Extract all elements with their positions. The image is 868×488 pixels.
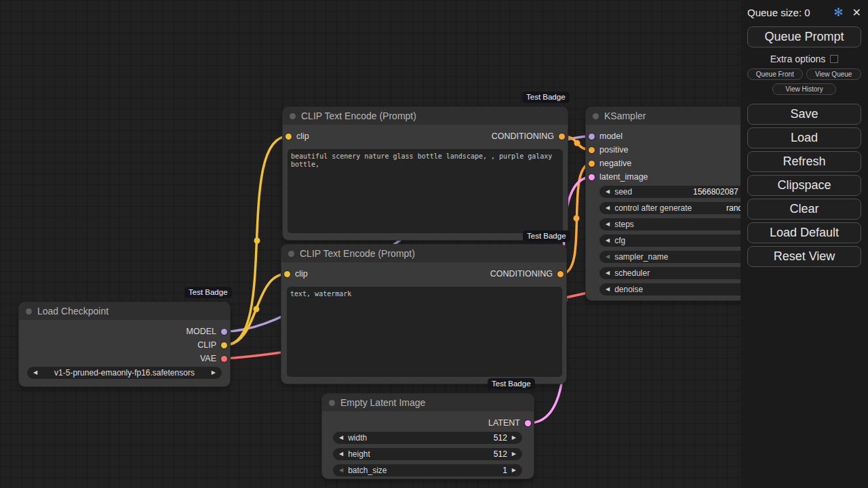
view-queue-button[interactable]: View Queue — [806, 68, 862, 80]
input-slot-latent-image[interactable]: latent_image — [589, 171, 648, 183]
slot-label: VAE — [200, 354, 216, 363]
collapse-dot-icon[interactable] — [290, 113, 296, 119]
refresh-button[interactable]: Refresh — [747, 151, 861, 172]
widget-value: 512 — [494, 449, 507, 459]
load-default-button[interactable]: Load Default — [747, 222, 861, 243]
clipspace-button[interactable]: Clipspace — [747, 175, 861, 196]
load-button[interactable]: Load — [747, 127, 861, 148]
slot-label: CONDITIONING — [490, 269, 553, 279]
widget-label: seed — [614, 187, 632, 197]
node-empty-latent-image[interactable]: Empty Latent Image LATENT ◀ width 512 ▶ … — [322, 394, 534, 479]
widget-label: sampler_name — [614, 252, 668, 262]
node-titlebar[interactable]: CLIP Text Encode (Prompt) — [281, 245, 566, 262]
widget-label: cfg — [614, 236, 625, 245]
queue-front-button[interactable]: Queue Front — [747, 68, 803, 80]
widget-label: control after generate — [614, 203, 692, 213]
arrow-left-icon[interactable]: ◀ — [606, 189, 610, 195]
slot-dot-vae[interactable] — [221, 356, 227, 362]
widget-label: width — [348, 433, 367, 443]
arrow-right-icon[interactable]: ▶ — [512, 451, 516, 457]
node-badge: Test Badge — [522, 92, 570, 103]
queue-size-label: Queue size: 0 — [747, 7, 810, 18]
input-slot-negative[interactable]: negative — [589, 157, 631, 169]
height-widget[interactable]: ◀ height 512 ▶ — [333, 448, 522, 460]
slot-dot-clip[interactable] — [284, 271, 290, 277]
slot-label: LATENT — [488, 418, 520, 428]
width-widget[interactable]: ◀ width 512 ▶ — [333, 432, 522, 444]
slot-dot-conditioning[interactable] — [557, 271, 564, 277]
close-icon[interactable]: ✕ — [852, 6, 861, 19]
node-title: CLIP Text Encode (Prompt) — [301, 110, 416, 121]
input-slot-clip[interactable]: clip — [285, 130, 309, 142]
node-badge: Test Badge — [184, 287, 232, 298]
output-slot-model[interactable]: MODEL — [186, 325, 227, 338]
output-slot-vae[interactable]: VAE — [200, 352, 227, 365]
node-titlebar[interactable]: CLIP Text Encode (Prompt) — [283, 107, 568, 125]
collapse-dot-icon[interactable] — [288, 251, 294, 257]
slot-label: CLIP — [197, 340, 216, 350]
output-slot-latent[interactable]: LATENT — [488, 417, 531, 429]
view-history-button[interactable]: View History — [772, 83, 836, 95]
arrow-left-icon[interactable]: ◀ — [606, 222, 610, 227]
slot-dot-clip[interactable] — [285, 134, 292, 140]
output-slot-conditioning[interactable]: CONDITIONING — [490, 268, 564, 280]
widget-label: height — [348, 449, 370, 459]
slot-label: MODEL — [186, 327, 216, 336]
collapse-dot-icon[interactable] — [593, 113, 599, 119]
reset-view-button[interactable]: Reset View — [747, 246, 861, 267]
input-slot-clip[interactable]: clip — [284, 268, 308, 280]
input-slot-positive[interactable]: positive — [589, 144, 628, 156]
negative-prompt-textarea[interactable]: text, watermark — [287, 287, 562, 377]
comfyui-menu-panel: Queue size: 0 ✻ ✕ Queue Prompt Extra opt… — [741, 0, 868, 488]
node-badge: Test Badge — [488, 378, 535, 390]
node-clip-text-encode-positive[interactable]: CLIP Text Encode (Prompt) clip CONDITION… — [283, 107, 568, 240]
widget-label: scheduler — [614, 268, 650, 278]
arrow-right-icon[interactable]: ▶ — [512, 468, 516, 473]
arrow-left-icon[interactable]: ◀ — [606, 270, 610, 276]
slot-dot-model[interactable] — [589, 134, 595, 140]
node-badge: Test Badge — [523, 230, 570, 242]
positive-prompt-textarea[interactable]: beautiful scenery nature glass bottle la… — [288, 149, 563, 233]
output-slot-conditioning[interactable]: CONDITIONING — [492, 130, 565, 142]
collapse-dot-icon[interactable] — [26, 308, 32, 314]
output-slot-clip[interactable]: CLIP — [197, 339, 227, 351]
node-title: CLIP Text Encode (Prompt) — [300, 248, 415, 259]
save-button[interactable]: Save — [747, 104, 861, 125]
widget-label: batch_size — [348, 466, 387, 475]
node-clip-text-encode-negative[interactable]: CLIP Text Encode (Prompt) clip CONDITION… — [281, 245, 566, 384]
node-title: Load Checkpoint — [37, 306, 108, 317]
node-title: KSampler — [604, 110, 646, 121]
clear-button[interactable]: Clear — [747, 199, 861, 220]
slot-label: CONDITIONING — [492, 131, 554, 141]
arrow-right-icon[interactable]: ▶ — [212, 370, 216, 375]
slot-dot-clip[interactable] — [221, 342, 227, 348]
widget-label: denoise — [614, 285, 643, 294]
slot-label: clip — [296, 131, 309, 141]
queue-prompt-button[interactable]: Queue Prompt — [747, 26, 861, 47]
arrow-left-icon[interactable]: ◀ — [606, 254, 610, 260]
slot-dot-model[interactable] — [221, 329, 227, 335]
extra-options-checkbox[interactable] — [830, 55, 838, 63]
collapse-dot-icon[interactable] — [329, 400, 335, 406]
arrow-left-icon[interactable]: ◀ — [606, 205, 610, 211]
arrow-right-icon[interactable]: ▶ — [512, 435, 516, 441]
arrow-left-icon[interactable]: ◀ — [339, 468, 343, 473]
arrow-left-icon[interactable]: ◀ — [606, 287, 610, 292]
slot-dot-conditioning[interactable] — [559, 134, 565, 140]
slot-dot-latent[interactable] — [525, 420, 531, 426]
node-titlebar[interactable]: Load Checkpoint — [19, 302, 230, 320]
slot-dot-latent-image[interactable] — [589, 174, 595, 180]
arrow-left-icon[interactable]: ◀ — [339, 435, 343, 441]
arrow-left-icon[interactable]: ◀ — [33, 370, 37, 375]
ckpt-name-widget[interactable]: ◀ v1-5-pruned-emaonly-fp16.safetensors ▶ — [27, 367, 222, 379]
arrow-left-icon[interactable]: ◀ — [606, 238, 610, 243]
slot-label: positive — [599, 145, 628, 155]
node-titlebar[interactable]: Empty Latent Image — [322, 394, 534, 411]
slot-dot-positive[interactable] — [589, 147, 595, 153]
settings-gear-icon[interactable]: ✻ — [833, 5, 843, 20]
node-load-checkpoint[interactable]: Load Checkpoint MODEL CLIP VAE ◀ v1-5-pr… — [19, 302, 230, 386]
batch-size-widget[interactable]: ◀ batch_size 1 ▶ — [333, 464, 522, 476]
arrow-left-icon[interactable]: ◀ — [339, 451, 343, 457]
slot-dot-negative[interactable] — [589, 161, 595, 167]
input-slot-model[interactable]: model — [589, 130, 623, 142]
